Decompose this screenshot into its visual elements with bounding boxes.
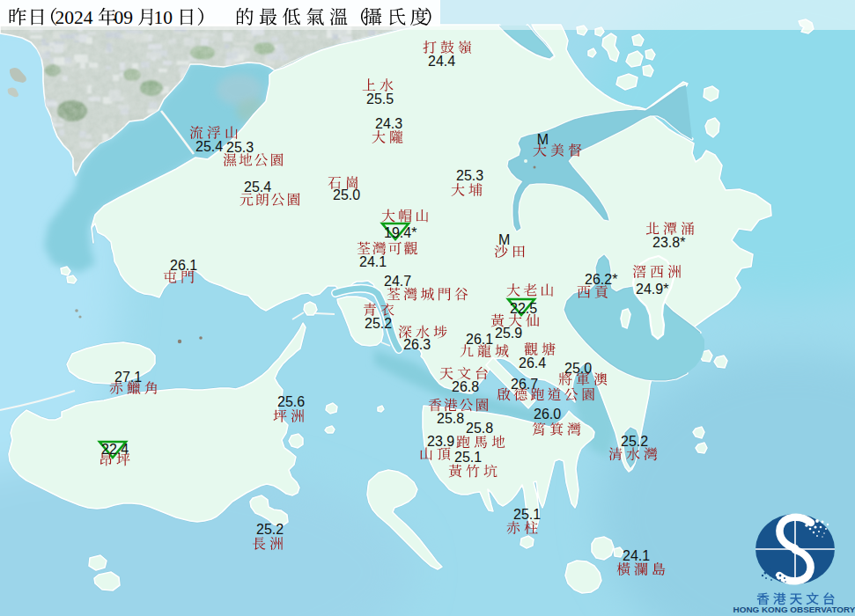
svg-text:26.8: 26.8 <box>452 379 479 394</box>
svg-text:24.3: 24.3 <box>375 116 402 131</box>
svg-text:24.9*: 24.9* <box>636 282 668 297</box>
svg-text:26.7: 26.7 <box>511 377 538 392</box>
svg-text:22.5: 22.5 <box>510 301 537 316</box>
svg-text:10: 10 <box>154 7 173 28</box>
svg-text:25.3: 25.3 <box>456 168 483 183</box>
svg-text:25.9: 25.9 <box>495 326 522 341</box>
svg-text:25.8: 25.8 <box>466 421 493 436</box>
svg-text:26.1: 26.1 <box>170 258 197 273</box>
svg-text:25.0: 25.0 <box>333 187 360 202</box>
svg-text:25.6: 25.6 <box>277 394 305 409</box>
svg-text:25.3: 25.3 <box>226 140 254 155</box>
svg-text:HONG KONG OBSERVATORY: HONG KONG OBSERVATORY <box>733 605 855 614</box>
svg-text:24.4: 24.4 <box>428 54 455 69</box>
svg-text:25.2: 25.2 <box>365 316 392 331</box>
svg-text:26.2*: 26.2* <box>585 272 617 287</box>
svg-text:19.4*: 19.4* <box>384 225 416 240</box>
svg-text:25.8: 25.8 <box>437 411 464 426</box>
svg-text:26.1: 26.1 <box>466 332 493 347</box>
svg-text:25.4: 25.4 <box>195 139 223 154</box>
svg-text:09: 09 <box>114 7 134 28</box>
svg-text:25.5: 25.5 <box>366 92 394 106</box>
svg-text:25.0: 25.0 <box>564 361 592 376</box>
svg-text:25.1: 25.1 <box>513 507 541 522</box>
svg-text:24.7: 24.7 <box>384 274 411 289</box>
svg-text:24.1: 24.1 <box>359 254 387 269</box>
svg-text:25.2: 25.2 <box>256 522 284 537</box>
svg-text:27.1: 27.1 <box>114 370 142 385</box>
svg-text:26.3: 26.3 <box>403 337 431 352</box>
svg-text:M: M <box>498 232 510 247</box>
svg-text:M: M <box>537 132 549 147</box>
svg-text:24.1: 24.1 <box>623 548 650 563</box>
svg-text:25.1: 25.1 <box>454 450 482 465</box>
svg-text:25.4: 25.4 <box>244 180 271 194</box>
svg-text:23.8*: 23.8* <box>652 235 685 250</box>
svg-text:25.2: 25.2 <box>621 434 648 449</box>
svg-text:26.4: 26.4 <box>519 356 546 370</box>
svg-text:26.0: 26.0 <box>534 407 561 422</box>
svg-text:22.4: 22.4 <box>101 442 129 457</box>
svg-text:2024: 2024 <box>55 7 93 28</box>
svg-text:23.9: 23.9 <box>427 434 454 449</box>
